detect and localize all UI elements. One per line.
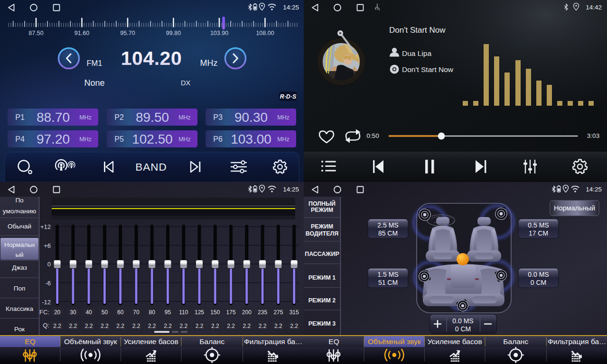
svg-text:Классика: Классика: [6, 305, 33, 312]
svg-text:51 CM: 51 CM: [378, 279, 398, 286]
svg-text:2.2: 2.2: [196, 323, 204, 329]
svg-text:Баланс: Баланс: [503, 337, 528, 346]
svg-text:2.2: 2.2: [243, 323, 251, 329]
svg-text:FC:: FC:: [39, 309, 49, 316]
svg-text:275: 275: [273, 309, 283, 316]
svg-text:Dua Lipa: Dua Lipa: [402, 49, 431, 57]
svg-text:P4: P4: [15, 135, 25, 143]
svg-text:80: 80: [149, 309, 156, 316]
svg-text:2.2: 2.2: [148, 323, 156, 329]
svg-text:97.20: 97.20: [37, 132, 70, 146]
svg-text:Don't Start Now: Don't Start Now: [389, 26, 446, 35]
svg-text:None: None: [84, 78, 104, 88]
svg-text:РЕЖИМ 3: РЕЖИМ 3: [308, 320, 336, 327]
svg-text:Фильтрация ба…: Фильтрация ба…: [548, 337, 607, 346]
svg-text:108.00: 108.00: [256, 30, 274, 36]
svg-text:102.50: 102.50: [132, 132, 173, 146]
svg-text:0:50: 0:50: [366, 132, 379, 139]
svg-text:14:25: 14:25: [283, 4, 299, 11]
svg-text:Нормальный: Нормальный: [554, 204, 595, 212]
svg-text:2.5 MS: 2.5 MS: [377, 221, 398, 229]
svg-text:Q:: Q:: [43, 322, 49, 329]
svg-text:60: 60: [117, 309, 124, 316]
svg-text:175: 175: [226, 309, 236, 316]
svg-text:2.2: 2.2: [290, 323, 298, 329]
svg-text:0 CM: 0 CM: [531, 279, 546, 286]
svg-text:+12: +12: [40, 223, 51, 230]
svg-text:РЕЖИМ: РЕЖИМ: [311, 207, 333, 213]
svg-text:Обычай: Обычай: [8, 223, 31, 230]
svg-text:P2: P2: [114, 113, 124, 121]
svg-text:0.0 MS: 0.0 MS: [452, 317, 473, 325]
svg-text:Баланс: Баланс: [199, 337, 224, 346]
svg-text:P5: P5: [114, 135, 124, 143]
svg-text:Усиление басов: Усиление басов: [428, 337, 482, 346]
svg-text:70: 70: [133, 309, 140, 316]
svg-text:2.2: 2.2: [116, 323, 124, 329]
svg-text:95.70: 95.70: [120, 30, 135, 36]
svg-text:РЕЖИМ: РЕЖИМ: [311, 223, 333, 230]
svg-text:MHz: MHz: [277, 136, 289, 143]
svg-text:-12: -12: [42, 299, 51, 306]
svg-text:ВОДИТЕЛЯ: ВОДИТЕЛЯ: [306, 230, 338, 237]
svg-text:85 CM: 85 CM: [378, 229, 398, 237]
svg-text:90.30: 90.30: [234, 110, 268, 125]
svg-text:30: 30: [70, 309, 76, 316]
svg-text:14:42: 14:42: [586, 4, 602, 11]
svg-text:MHz: MHz: [79, 136, 92, 143]
svg-text:P3: P3: [213, 113, 223, 121]
svg-text:умолчанию: умолчанию: [3, 208, 36, 215]
svg-text:2.2: 2.2: [274, 323, 282, 329]
svg-text:0.5 MS: 0.5 MS: [528, 221, 549, 229]
svg-text:200: 200: [242, 309, 252, 316]
svg-text:РЕЖИМ 1: РЕЖИМ 1: [308, 274, 336, 281]
svg-text:-6: -6: [45, 280, 51, 287]
svg-text:R·D·S: R·D·S: [280, 93, 297, 100]
svg-text:FM1: FM1: [87, 59, 103, 67]
svg-text:MHz: MHz: [178, 114, 191, 121]
svg-text:95: 95: [165, 309, 171, 316]
svg-text:2.2: 2.2: [227, 323, 235, 329]
svg-text:MHz: MHz: [178, 136, 191, 143]
svg-text:235: 235: [258, 309, 267, 316]
svg-text:BAND: BAND: [135, 161, 167, 173]
svg-text:14:25: 14:25: [586, 186, 602, 193]
svg-text:20: 20: [54, 309, 61, 316]
svg-text:2.2: 2.2: [53, 323, 61, 329]
svg-text:0: 0: [47, 261, 51, 268]
svg-text:2.2: 2.2: [132, 323, 140, 329]
svg-text:Объёмный звук: Объёмный звук: [64, 337, 117, 346]
svg-text:1.5 MS: 1.5 MS: [377, 271, 398, 278]
svg-text:50: 50: [102, 309, 108, 316]
svg-text:99.80: 99.80: [166, 30, 181, 36]
svg-text:104.20: 104.20: [121, 47, 182, 69]
svg-text:91.60: 91.60: [75, 30, 89, 36]
svg-text:103.90: 103.90: [210, 30, 228, 36]
svg-text:DX: DX: [181, 79, 190, 87]
svg-text:40: 40: [85, 309, 92, 316]
svg-text:MHz: MHz: [200, 58, 218, 68]
svg-text:MHz: MHz: [277, 114, 289, 121]
svg-text:125: 125: [195, 309, 204, 316]
svg-text:РЕЖИМ 2: РЕЖИМ 2: [308, 297, 336, 304]
svg-text:3:03: 3:03: [587, 132, 599, 139]
svg-text:2.2: 2.2: [101, 323, 109, 329]
svg-text:0 CM: 0 CM: [455, 325, 471, 333]
svg-text:+6: +6: [44, 242, 51, 249]
svg-text:Рок: Рок: [14, 326, 25, 333]
svg-text:Поп: Поп: [14, 285, 26, 292]
svg-text:ПОЛНЫЙ: ПОЛНЫЙ: [308, 200, 336, 207]
svg-text:Усиление басов: Усиление басов: [124, 337, 178, 346]
svg-text:P6: P6: [213, 135, 223, 143]
svg-text:EQ: EQ: [328, 337, 339, 346]
svg-text:14:25: 14:25: [283, 186, 299, 193]
svg-text:MHz: MHz: [79, 114, 92, 121]
svg-text:2.2: 2.2: [69, 323, 77, 329]
svg-text:87.50: 87.50: [28, 30, 43, 36]
svg-text:Нормальн: Нормальн: [4, 241, 35, 248]
svg-text:2.2: 2.2: [179, 323, 187, 329]
svg-text:ПАССАЖИР: ПАССАЖИР: [305, 251, 339, 257]
svg-text:89.50: 89.50: [136, 110, 169, 125]
svg-text:2.2: 2.2: [211, 323, 219, 329]
svg-text:110: 110: [179, 309, 188, 316]
